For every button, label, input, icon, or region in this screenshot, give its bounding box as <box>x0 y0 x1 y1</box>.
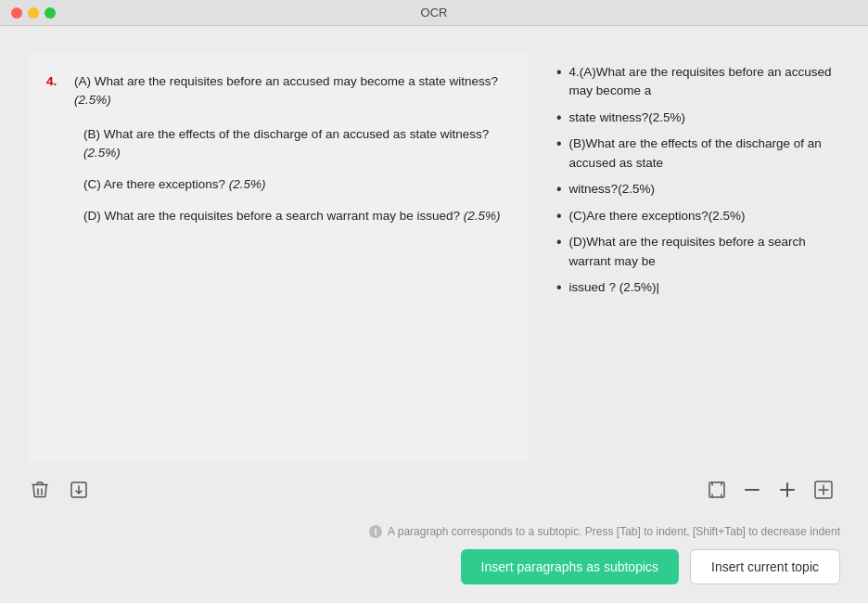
bullet-dot: • <box>556 207 562 226</box>
footer: i A paragraph corresponds to a subtopic.… <box>0 518 868 603</box>
main-content: 4. (A) What are the requisites before an… <box>0 26 868 462</box>
list-item: • issued ? (2.5%)| <box>556 278 840 298</box>
question-number: 4. <box>46 72 74 110</box>
list-item: • (C)Are there exceptions?(2.5%) <box>556 207 840 226</box>
minimize-button[interactable] <box>28 7 39 19</box>
bottom-toolbar <box>0 462 868 518</box>
delete-button[interactable] <box>28 477 52 503</box>
list-item: • (D)What are the requisites before a se… <box>556 233 840 271</box>
list-item-text: 4.(A)What are the requisites before an a… <box>569 63 840 101</box>
question-item: 4. (A) What are the requisites before an… <box>46 72 510 110</box>
question-a-text: (A) What are the requisites before an ac… <box>74 72 510 110</box>
list-item-text: (D)What are the requisites before a sear… <box>569 233 840 271</box>
bullet-dot: • <box>556 63 562 83</box>
sub-item-c: (C) Are there exceptions? (2.5%) <box>46 175 510 194</box>
list-item-text: (C)Are there exceptions?(2.5%) <box>569 207 746 225</box>
hint-text: A paragraph corresponds to a subtopic. P… <box>388 525 840 538</box>
list-item: • state witness?(2.5%) <box>556 109 840 128</box>
maximize-button[interactable] <box>45 7 56 19</box>
bullet-list: • 4.(A)What are the requisites before an… <box>556 63 840 298</box>
insert-paragraphs-button[interactable]: Insert paragraphs as subtopics <box>461 549 679 584</box>
bullet-dot: • <box>556 278 562 298</box>
frame-button[interactable] <box>701 476 733 504</box>
right-panel: • 4.(A)What are the requisites before an… <box>556 54 840 462</box>
list-item: • 4.(A)What are the requisites before an… <box>556 63 840 101</box>
close-button[interactable] <box>11 7 22 19</box>
export-button[interactable] <box>67 478 91 502</box>
insert-topic-button[interactable]: Insert current topic <box>690 549 840 584</box>
hint-icon: i <box>369 525 382 538</box>
sub-item-d: (D) What are the requisites before a sea… <box>46 207 510 225</box>
toolbar-center-buttons <box>701 475 840 505</box>
list-item-text: (B)What are the effects of the discharge… <box>569 135 840 173</box>
list-item-text: issued ? (2.5%)| <box>569 278 659 297</box>
sub-item-b: (B) What are the effects of the discharg… <box>46 125 510 163</box>
increase-button[interactable] <box>772 476 803 504</box>
footer-buttons: Insert paragraphs as subtopics Insert cu… <box>28 549 840 584</box>
list-item-text: state witness?(2.5%) <box>569 109 685 127</box>
bullet-dot: • <box>556 109 562 128</box>
left-panel: 4. (A) What are the requisites before an… <box>28 54 529 462</box>
decrease-button[interactable] <box>736 482 768 497</box>
window-controls <box>11 7 56 19</box>
bullet-dot: • <box>556 180 562 199</box>
document-area[interactable]: 4. (A) What are the requisites before an… <box>28 54 529 462</box>
titlebar: OCR <box>0 0 868 26</box>
bullet-dot: • <box>556 233 562 252</box>
window-title: OCR <box>421 6 448 19</box>
list-item: • (B)What are the effects of the dischar… <box>556 135 840 173</box>
list-item-text: witness?(2.5%) <box>569 180 655 199</box>
bullet-dot: • <box>556 135 562 154</box>
expand-button[interactable] <box>807 475 840 505</box>
list-item: • witness?(2.5%) <box>556 180 840 199</box>
footer-hint: i A paragraph corresponds to a subtopic.… <box>28 525 840 538</box>
